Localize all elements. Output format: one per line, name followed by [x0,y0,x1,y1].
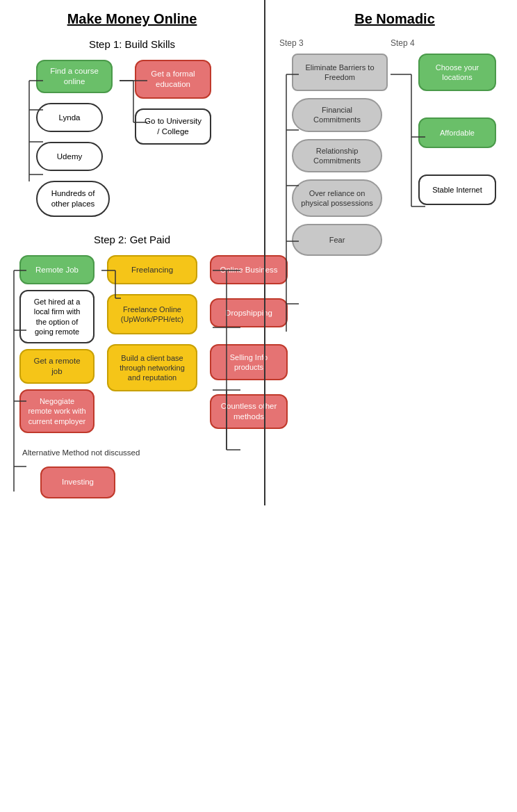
eliminate-barriers-node: Eliminate Barriers to Freedom [292,54,388,91]
step3-nodes: Eliminate Barriers to Freedom Financial … [292,54,396,256]
alt-method-label: Alternative Method not discussed [22,448,257,457]
get-hired-node: Get hired at a local firm with the optio… [19,290,95,343]
step4-label: Step 4 [391,38,415,48]
relationship-commitments-node: Relationship Commitments [292,139,382,173]
affordable-node: Affordable [418,117,496,148]
right-title: Be Nomadic [279,11,510,27]
negotiate-node: Negogiate remote work with current emplo… [19,389,95,433]
hundreds-node: Hundreds of other places [36,181,110,217]
step2-tree: Remote Job Get hired at a local firm wit… [7,255,257,433]
lynda-node: Lynda [36,103,103,132]
remote-job-node: Remote Job [19,255,95,284]
freelance-online-node: Freelance Online (UpWork/PPH/etc) [107,294,197,334]
build-client-node: Build a client base through networking a… [107,344,197,391]
step34-inner: Eliminate Barriers to Freedom Financial … [292,54,510,256]
step1-right-nodes: Get a formal education Go to University … [135,60,211,145]
step-labels-row: Step 3 Step 4 [279,38,510,48]
formal-ed-node: Get a formal education [135,60,211,99]
alt-method-section: Alternative Method not discussed Investi… [19,448,257,498]
university-node: Go to University / College [135,108,211,145]
left-title: Make Money Online [7,11,257,27]
step2-col2: Freelancing Freelance Online (UpWork/PPH… [107,255,197,391]
get-remote-job-node: Get a remote job [19,349,95,384]
stable-internet-node: Stable Internet [418,174,496,205]
step1-inner: Find a course online Lynda Udemy Hundred… [17,60,257,217]
freelancing-node: Freelancing [107,255,197,284]
step1-title: Step 1: Build Skills [7,38,257,50]
choose-locations-node: Choose your locations [418,54,496,91]
left-column: Make Money Online Step 1: Build Skills [0,0,264,505]
investing-node: Investing [40,466,115,498]
right-column: Be Nomadic Step 3 Step 4 [264,0,517,505]
financial-commitments-node: Financial Commitments [292,98,382,132]
udemy-node: Udemy [36,142,103,171]
fear-node: Fear [292,224,382,256]
step1-left-nodes: Find a course online Lynda Udemy Hundred… [36,60,113,217]
step34-tree: Eliminate Barriers to Freedom Financial … [279,54,510,256]
find-course-node: Find a course online [36,60,113,93]
step2-title: Step 2: Get Paid [7,234,257,245]
step2-cols: Remote Job Get hired at a local firm wit… [19,255,257,433]
step4-nodes: Choose your locations Affordable Stable … [418,54,502,205]
overreliance-node: Over reliance on physical possessions [292,179,382,217]
step1-tree: Find a course online Lynda Udemy Hundred… [17,60,257,217]
step2-col1: Remote Job Get hired at a local firm wit… [19,255,95,433]
step3-label: Step 3 [279,38,391,48]
